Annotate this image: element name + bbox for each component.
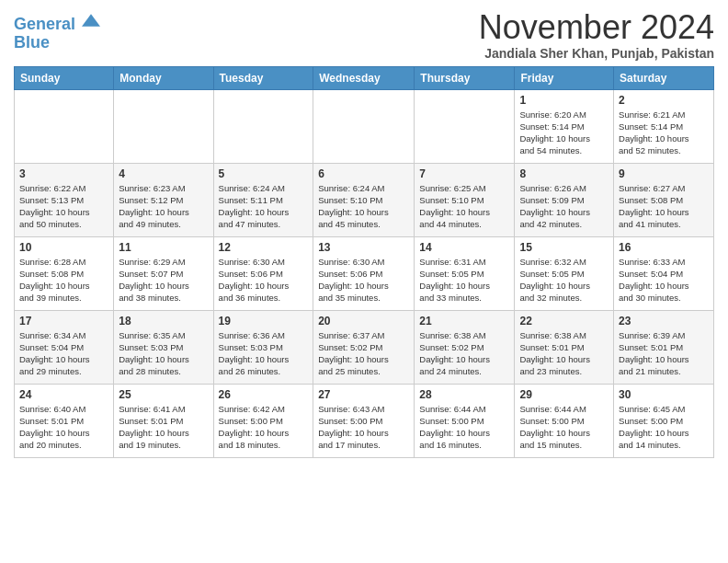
calendar-cell: 22Sunrise: 6:38 AM Sunset: 5:01 PM Dayli… <box>515 310 614 384</box>
calendar-cell <box>213 89 313 163</box>
calendar-cell: 1Sunrise: 6:20 AM Sunset: 5:14 PM Daylig… <box>515 89 614 163</box>
day-info: Sunrise: 6:23 AM Sunset: 5:12 PM Dayligh… <box>119 182 208 231</box>
calendar-cell <box>114 89 213 163</box>
day-info: Sunrise: 6:35 AM Sunset: 5:03 PM Dayligh… <box>119 329 208 378</box>
day-info: Sunrise: 6:20 AM Sunset: 5:14 PM Dayligh… <box>519 109 609 157</box>
day-info: Sunrise: 6:30 AM Sunset: 5:06 PM Dayligh… <box>318 256 409 304</box>
calendar-cell: 17Sunrise: 6:34 AM Sunset: 5:04 PM Dayli… <box>15 310 114 384</box>
logo-text: General Blue <box>14 13 100 52</box>
day-number: 8 <box>519 167 609 180</box>
location-subtitle: Jandiala Sher Khan, Punjab, Pakistan <box>479 46 714 61</box>
weekday-header-cell: Wednesday <box>313 66 415 89</box>
day-info: Sunrise: 6:21 AM Sunset: 5:14 PM Dayligh… <box>619 109 709 157</box>
day-info: Sunrise: 6:26 AM Sunset: 5:09 PM Dayligh… <box>519 182 609 231</box>
day-number: 20 <box>318 315 409 327</box>
day-number: 16 <box>619 241 709 254</box>
day-number: 7 <box>419 167 509 180</box>
calendar-cell: 18Sunrise: 6:35 AM Sunset: 5:03 PM Dayli… <box>114 310 213 384</box>
calendar-cell <box>313 89 415 163</box>
day-info: Sunrise: 6:41 AM Sunset: 5:01 PM Dayligh… <box>119 403 208 452</box>
day-number: 14 <box>419 241 509 254</box>
weekday-header-cell: Friday <box>515 66 614 89</box>
calendar-cell: 27Sunrise: 6:43 AM Sunset: 5:00 PM Dayli… <box>313 384 415 457</box>
day-info: Sunrise: 6:38 AM Sunset: 5:01 PM Dayligh… <box>519 329 609 378</box>
day-number: 26 <box>219 388 309 401</box>
day-number: 23 <box>619 315 709 327</box>
day-number: 9 <box>619 167 709 180</box>
calendar-cell: 28Sunrise: 6:44 AM Sunset: 5:00 PM Dayli… <box>415 384 515 457</box>
day-number: 28 <box>419 388 509 401</box>
calendar-cell <box>15 89 114 163</box>
day-info: Sunrise: 6:30 AM Sunset: 5:06 PM Dayligh… <box>219 256 309 304</box>
calendar-week-row: 1Sunrise: 6:20 AM Sunset: 5:14 PM Daylig… <box>15 89 714 163</box>
calendar-cell <box>415 89 515 163</box>
title-block: November 2024 Jandiala Sher Khan, Punjab… <box>479 9 714 61</box>
calendar-body: 1Sunrise: 6:20 AM Sunset: 5:14 PM Daylig… <box>15 89 714 457</box>
day-number: 27 <box>318 388 409 401</box>
day-info: Sunrise: 6:43 AM Sunset: 5:00 PM Dayligh… <box>318 403 409 452</box>
calendar-cell: 10Sunrise: 6:28 AM Sunset: 5:08 PM Dayli… <box>15 236 114 310</box>
calendar-cell: 30Sunrise: 6:45 AM Sunset: 5:00 PM Dayli… <box>614 384 714 457</box>
calendar-cell: 26Sunrise: 6:42 AM Sunset: 5:00 PM Dayli… <box>213 384 313 457</box>
day-number: 5 <box>219 167 309 180</box>
calendar-cell: 8Sunrise: 6:26 AM Sunset: 5:09 PM Daylig… <box>515 163 614 236</box>
calendar-cell: 11Sunrise: 6:29 AM Sunset: 5:07 PM Dayli… <box>114 236 213 310</box>
weekday-header-cell: Saturday <box>614 66 714 89</box>
day-info: Sunrise: 6:25 AM Sunset: 5:10 PM Dayligh… <box>419 182 509 231</box>
calendar-cell: 20Sunrise: 6:37 AM Sunset: 5:02 PM Dayli… <box>313 310 415 384</box>
calendar-cell: 7Sunrise: 6:25 AM Sunset: 5:10 PM Daylig… <box>415 163 515 236</box>
day-info: Sunrise: 6:37 AM Sunset: 5:02 PM Dayligh… <box>318 329 409 378</box>
calendar-cell: 23Sunrise: 6:39 AM Sunset: 5:01 PM Dayli… <box>614 310 714 384</box>
calendar-cell: 6Sunrise: 6:24 AM Sunset: 5:10 PM Daylig… <box>313 163 415 236</box>
calendar-cell: 15Sunrise: 6:32 AM Sunset: 5:05 PM Dayli… <box>515 236 614 310</box>
day-number: 11 <box>119 241 208 254</box>
calendar-cell: 29Sunrise: 6:44 AM Sunset: 5:00 PM Dayli… <box>515 384 614 457</box>
day-number: 19 <box>219 315 309 327</box>
day-number: 10 <box>19 241 108 254</box>
calendar-cell: 12Sunrise: 6:30 AM Sunset: 5:06 PM Dayli… <box>213 236 313 310</box>
calendar-cell: 25Sunrise: 6:41 AM Sunset: 5:01 PM Dayli… <box>114 384 213 457</box>
calendar-week-row: 10Sunrise: 6:28 AM Sunset: 5:08 PM Dayli… <box>15 236 714 310</box>
day-number: 12 <box>219 241 309 254</box>
day-info: Sunrise: 6:33 AM Sunset: 5:04 PM Dayligh… <box>619 256 709 304</box>
day-info: Sunrise: 6:36 AM Sunset: 5:03 PM Dayligh… <box>219 329 309 378</box>
day-info: Sunrise: 6:31 AM Sunset: 5:05 PM Dayligh… <box>419 256 509 304</box>
page-header: General Blue November 2024 Jandiala Sher… <box>14 9 714 61</box>
day-number: 3 <box>19 167 108 180</box>
calendar-cell: 16Sunrise: 6:33 AM Sunset: 5:04 PM Dayli… <box>614 236 714 310</box>
weekday-header-row: SundayMondayTuesdayWednesdayThursdayFrid… <box>15 66 714 89</box>
calendar-week-row: 24Sunrise: 6:40 AM Sunset: 5:01 PM Dayli… <box>15 384 714 457</box>
day-info: Sunrise: 6:28 AM Sunset: 5:08 PM Dayligh… <box>19 256 108 304</box>
day-number: 13 <box>318 241 409 254</box>
weekday-header-cell: Sunday <box>15 66 114 89</box>
day-info: Sunrise: 6:24 AM Sunset: 5:11 PM Dayligh… <box>219 182 309 231</box>
day-number: 22 <box>519 315 609 327</box>
calendar-cell: 3Sunrise: 6:22 AM Sunset: 5:13 PM Daylig… <box>15 163 114 236</box>
logo: General Blue <box>14 13 100 52</box>
weekday-header-cell: Thursday <box>415 66 515 89</box>
day-number: 2 <box>619 94 709 107</box>
day-number: 15 <box>519 241 609 254</box>
month-title: November 2024 <box>479 9 714 46</box>
calendar-table: SundayMondayTuesdayWednesdayThursdayFrid… <box>14 66 714 458</box>
logo-general: General <box>14 15 75 33</box>
weekday-header-cell: Tuesday <box>213 66 313 89</box>
calendar-cell: 14Sunrise: 6:31 AM Sunset: 5:05 PM Dayli… <box>415 236 515 310</box>
logo-icon <box>82 11 100 29</box>
day-number: 25 <box>119 388 208 401</box>
calendar-cell: 4Sunrise: 6:23 AM Sunset: 5:12 PM Daylig… <box>114 163 213 236</box>
calendar-week-row: 17Sunrise: 6:34 AM Sunset: 5:04 PM Dayli… <box>15 310 714 384</box>
svg-marker-0 <box>82 14 100 26</box>
day-info: Sunrise: 6:38 AM Sunset: 5:02 PM Dayligh… <box>419 329 509 378</box>
logo-blue: Blue <box>14 33 50 52</box>
day-number: 18 <box>119 315 208 327</box>
day-info: Sunrise: 6:24 AM Sunset: 5:10 PM Dayligh… <box>318 182 409 231</box>
day-number: 17 <box>19 315 108 327</box>
day-info: Sunrise: 6:40 AM Sunset: 5:01 PM Dayligh… <box>19 403 108 452</box>
day-number: 30 <box>619 388 709 401</box>
calendar-cell: 5Sunrise: 6:24 AM Sunset: 5:11 PM Daylig… <box>213 163 313 236</box>
calendar-cell: 9Sunrise: 6:27 AM Sunset: 5:08 PM Daylig… <box>614 163 714 236</box>
day-number: 6 <box>318 167 409 180</box>
weekday-header-cell: Monday <box>114 66 213 89</box>
day-info: Sunrise: 6:22 AM Sunset: 5:13 PM Dayligh… <box>19 182 108 231</box>
